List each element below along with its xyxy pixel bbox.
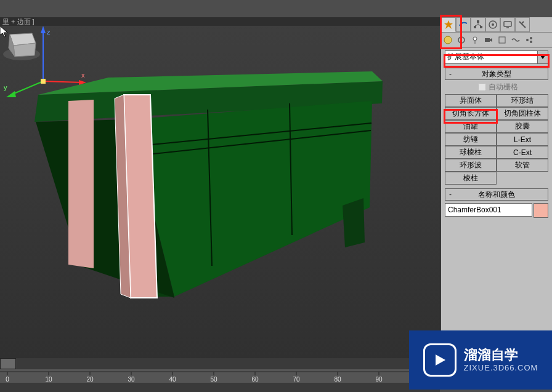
rollout-title-object-type: 对象类型 (445, 69, 548, 79)
primitive-dropdown[interactable]: 扩展基本体 (445, 50, 538, 64)
btn-capsule[interactable]: 胶囊 (497, 120, 548, 133)
dropdown-arrow[interactable] (538, 50, 548, 64)
rollout-toggle: - (447, 70, 453, 78)
svg-text:60: 60 (251, 376, 259, 383)
object-name-input[interactable]: ChamferBox001 (445, 203, 532, 217)
svg-line-16 (43, 81, 83, 82)
svg-line-19 (11, 81, 43, 95)
btn-spindle[interactable]: 纺锤 (445, 133, 497, 146)
autogrid-label: 自动栅格 (489, 82, 518, 92)
watermark-play-icon (423, 343, 457, 377)
lights-icon (470, 35, 480, 45)
timeline-track[interactable]: ▶ (0, 358, 440, 369)
utilities-icon (518, 20, 527, 30)
svg-rect-22 (41, 79, 46, 84)
timeline-ruler[interactable]: 0102030405060708090100 (0, 369, 440, 383)
rollout-title-name-color: 名称和颜色 (445, 190, 548, 200)
svg-rect-30 (474, 26, 476, 28)
tab-display[interactable] (500, 17, 515, 32)
svg-text:10: 10 (45, 376, 52, 383)
viewport-label: 里 + 边面 ] (0, 17, 442, 26)
modify-icon (458, 20, 468, 30)
btn-oiltank[interactable]: 油罐 (445, 120, 497, 133)
watermark-main: 溜溜自学 (464, 347, 538, 363)
viewcube[interactable] (0, 26, 43, 63)
svg-text:40: 40 (169, 376, 176, 383)
command-panel: 扩展基本体 - 对象类型 自动栅格 异面体 环形结 切角长方体 切角圆柱体 油罐… (440, 17, 552, 374)
svg-marker-17 (79, 80, 86, 85)
btn-lext[interactable]: L-Ext (497, 133, 548, 146)
svg-point-36 (444, 36, 452, 44)
btn-gengon[interactable]: 球棱柱 (445, 146, 497, 159)
svg-marker-11 (68, 100, 94, 268)
object-color-swatch[interactable] (534, 203, 548, 218)
cat-geometry[interactable] (441, 33, 455, 47)
systems-icon (524, 35, 534, 45)
svg-marker-25 (14, 43, 36, 57)
svg-text:y: y (4, 84, 7, 91)
autogrid-row: 自动栅格 (445, 81, 548, 92)
cat-helpers[interactable] (495, 33, 509, 47)
svg-rect-40 (485, 38, 490, 42)
status-bar (0, 383, 440, 392)
tab-motion[interactable] (485, 17, 500, 32)
svg-point-33 (492, 23, 494, 26)
btn-prism[interactable]: 棱柱 (445, 172, 497, 185)
cat-systems[interactable] (522, 33, 536, 47)
svg-text:20: 20 (86, 376, 94, 383)
btn-hose[interactable]: 软管 (497, 159, 548, 172)
rollout-object-type[interactable]: - 对象类型 (445, 68, 548, 80)
tab-utilities[interactable] (515, 17, 530, 32)
shapes-icon (457, 35, 466, 45)
tab-hierarchy[interactable] (471, 17, 485, 32)
cat-shapes[interactable] (455, 33, 468, 47)
svg-marker-20 (6, 91, 16, 97)
viewport-3d[interactable]: z x y (0, 26, 440, 358)
cat-cameras[interactable] (482, 33, 495, 47)
btn-chamferbox[interactable]: 切角长方体 (445, 107, 497, 120)
hierarchy-icon (473, 20, 483, 30)
spacewarps-icon (511, 35, 521, 45)
panel-tab-row (441, 17, 552, 33)
tab-create[interactable] (441, 17, 456, 32)
btn-hedra[interactable]: 异面体 (445, 94, 497, 107)
svg-rect-29 (477, 20, 479, 23)
svg-text:0: 0 (6, 376, 9, 383)
autogrid-checkbox[interactable] (478, 83, 486, 91)
svg-marker-70 (436, 354, 445, 366)
svg-point-43 (526, 39, 529, 41)
btn-ringwave[interactable]: 环形波 (445, 159, 497, 172)
tab-modify[interactable] (456, 17, 471, 32)
motion-icon (488, 20, 498, 30)
btn-torus-knot[interactable]: 环形结 (497, 94, 548, 107)
ruler-ticks: 0102030405060708090100 (0, 369, 440, 383)
sphere-icon (443, 35, 453, 45)
svg-text:30: 30 (128, 376, 135, 383)
cat-spacewarps[interactable] (509, 33, 522, 47)
primitive-button-grid: 异面体 环形结 切角长方体 切角圆柱体 油罐 胶囊 纺锤 L-Ext 球棱柱 C… (445, 94, 548, 185)
svg-marker-12 (343, 198, 365, 247)
cameras-icon (484, 35, 493, 45)
svg-text:z: z (47, 28, 51, 36)
cat-lights[interactable] (468, 33, 482, 47)
svg-marker-46 (540, 55, 545, 59)
svg-text:50: 50 (210, 376, 217, 383)
create-category-row (441, 33, 552, 48)
watermark: 溜溜自学 ZIXUE.3D66.COM (409, 330, 552, 390)
svg-point-37 (458, 37, 465, 43)
rollout-name-color[interactable]: - 名称和颜色 (445, 188, 548, 201)
display-icon (503, 20, 513, 30)
svg-point-38 (473, 37, 477, 41)
btn-chamfercyl[interactable]: 切角圆柱体 (497, 107, 548, 120)
svg-marker-28 (444, 20, 453, 29)
helpers-icon (497, 35, 507, 45)
rollout-toggle-2: - (447, 190, 453, 199)
svg-point-44 (530, 37, 532, 39)
watermark-sub: ZIXUE.3D66.COM (464, 363, 538, 373)
svg-text:70: 70 (293, 376, 300, 383)
btn-cext[interactable]: C-Ext (497, 146, 548, 159)
timeline-slider-handle[interactable] (0, 358, 16, 369)
svg-text:90: 90 (375, 376, 383, 383)
svg-text:80: 80 (334, 376, 341, 383)
chevron-down-icon (540, 55, 545, 59)
